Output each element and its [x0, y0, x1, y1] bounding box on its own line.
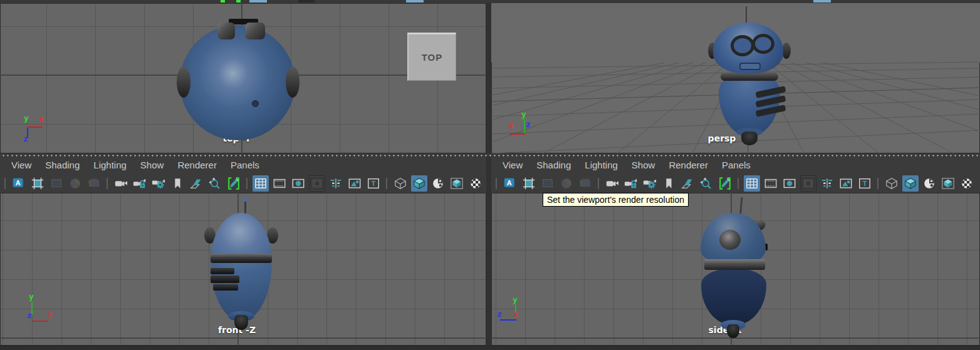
top-reference-image-plane[interactable]: TOP — [407, 33, 456, 81]
cropped-icon-fragment — [406, 0, 424, 3]
robot-lower-body — [701, 268, 766, 326]
axis-z-line — [500, 319, 516, 321]
dashed-region-icon[interactable] — [48, 175, 65, 192]
menu-shading[interactable]: Shading — [529, 158, 578, 172]
axis-x-label: x — [514, 311, 519, 318]
lock-camera-icon[interactable] — [132, 175, 148, 192]
use-all-lights-icon[interactable] — [467, 175, 484, 192]
gate-mask-icon[interactable] — [800, 175, 816, 192]
panel-toolbar-left: ViewShadingLightingShowRendererPanels AT — [0, 157, 486, 193]
vertical-splitter-bottom[interactable] — [486, 193, 491, 346]
axis-indicator: y z x — [24, 293, 59, 328]
axis-y-label: y — [521, 111, 526, 118]
film-gate-icon[interactable] — [763, 175, 779, 192]
axis-x-line — [28, 126, 43, 128]
menu-view[interactable]: View — [496, 158, 529, 172]
image-plane-icon[interactable] — [347, 175, 363, 192]
camera-frame-icon[interactable] — [521, 175, 537, 192]
robot-model-persp-view[interactable] — [708, 6, 791, 148]
select-camera-icon[interactable] — [113, 175, 129, 192]
select-camera-icon[interactable] — [604, 175, 620, 192]
film-gate-icon[interactable] — [271, 175, 288, 192]
toolbar-separator — [875, 175, 881, 192]
cropped-icon-fragment — [298, 0, 315, 3]
menu-renderer[interactable]: Renderer — [170, 158, 224, 172]
field-chart-icon[interactable] — [328, 175, 344, 192]
bookmark-icon[interactable] — [169, 175, 185, 192]
use-all-lights-icon[interactable] — [959, 175, 975, 192]
camera-attributes-icon[interactable] — [642, 175, 658, 192]
gate-mask-icon[interactable] — [309, 175, 325, 192]
robot-model-side-view[interactable] — [696, 197, 771, 339]
dashed-region-icon[interactable] — [540, 175, 556, 192]
robot-ear-right — [782, 43, 791, 59]
robot-eye-right — [752, 34, 774, 54]
smooth-shade-mode-icon[interactable] — [411, 175, 427, 192]
image-plane-label: TOP — [422, 52, 443, 63]
viewport-persp[interactable]: y z x persp — [491, 3, 980, 153]
menu-lighting[interactable]: Lighting — [86, 158, 133, 172]
robot-body — [211, 213, 272, 321]
color-wheel-icon[interactable] — [67, 175, 83, 192]
color-wheel-icon[interactable] — [558, 175, 575, 192]
axis-y-label: y — [29, 293, 34, 301]
toolbar-separator — [244, 175, 250, 192]
robot-ear-dome — [719, 230, 741, 250]
tooltip: Set the viewport's render resolution — [543, 193, 689, 207]
lock-camera-icon[interactable] — [623, 175, 639, 192]
menu-show[interactable]: Show — [133, 158, 171, 172]
default-material-icon[interactable] — [430, 175, 446, 192]
camera-frame-icon[interactable] — [29, 175, 46, 192]
viewport-side[interactable]: y z x side -X — [491, 193, 980, 346]
grid-origin-line — [0, 337, 486, 339]
safe-title-icon[interactable]: T — [365, 175, 382, 192]
textured-mode-icon[interactable] — [449, 175, 465, 192]
axis-x-line — [510, 133, 525, 135]
grid-toggle-icon[interactable] — [744, 175, 760, 192]
wireframe-mode-icon[interactable] — [392, 175, 409, 192]
toolbar-separator — [384, 175, 390, 192]
robot-model-top-view[interactable] — [179, 18, 298, 143]
menu-panels[interactable]: Panels — [224, 158, 266, 172]
resolution-gate-icon[interactable] — [290, 175, 306, 192]
menu-renderer[interactable]: Renderer — [662, 158, 715, 172]
wireframe-mode-icon[interactable] — [884, 175, 900, 192]
image-plane-icon[interactable] — [838, 175, 854, 192]
bookmark-icon[interactable] — [660, 175, 677, 192]
menu-lighting[interactable]: Lighting — [578, 158, 625, 172]
field-chart-icon[interactable] — [819, 175, 835, 192]
menu-panels[interactable]: Panels — [715, 158, 758, 172]
viewport-top[interactable]: TOP y x z top -Y — [0, 3, 486, 153]
render-resolution-icon[interactable] — [226, 175, 242, 192]
vertical-splitter-mid[interactable] — [486, 157, 491, 193]
cropped-icon-fragment — [236, 0, 241, 3]
grid-toggle-icon[interactable] — [253, 175, 269, 192]
vertical-splitter-top[interactable] — [486, 3, 491, 153]
panel-menu-bar: ViewShadingLightingShowRendererPanels — [0, 157, 486, 173]
safe-title-icon[interactable]: T — [857, 175, 873, 192]
robot-model-front-view[interactable] — [207, 197, 276, 332]
viewport-front[interactable]: y z x front -Z — [0, 193, 486, 346]
image-stack-icon[interactable] — [86, 175, 102, 192]
robot-foot — [727, 324, 739, 338]
smooth-shade-mode-icon[interactable] — [902, 175, 919, 192]
shadows-light-icon[interactable] — [977, 175, 980, 192]
menu-show[interactable]: Show — [625, 158, 662, 172]
maya-four-view-workspace: TOP y x z top -Y — [0, 0, 980, 350]
letter-a-view-icon[interactable]: A — [502, 175, 518, 192]
default-material-icon[interactable] — [921, 175, 937, 192]
menu-view[interactable]: View — [4, 158, 38, 172]
pan-zoom-icon[interactable] — [698, 175, 714, 192]
pan-layers-icon[interactable] — [679, 175, 696, 192]
panel-menu-bar: ViewShadingLightingShowRendererPanels — [491, 157, 980, 173]
resolution-gate-icon[interactable] — [781, 175, 798, 192]
pan-layers-icon[interactable] — [188, 175, 204, 192]
camera-attributes-icon[interactable] — [150, 175, 167, 192]
letter-a-view-icon[interactable]: A — [11, 175, 27, 192]
render-resolution-icon[interactable] — [717, 175, 733, 192]
menu-shading[interactable]: Shading — [38, 158, 86, 172]
textured-mode-icon[interactable] — [940, 175, 956, 192]
image-stack-icon[interactable] — [577, 175, 593, 192]
robot-mouth — [739, 63, 761, 70]
pan-zoom-icon[interactable] — [207, 175, 223, 192]
